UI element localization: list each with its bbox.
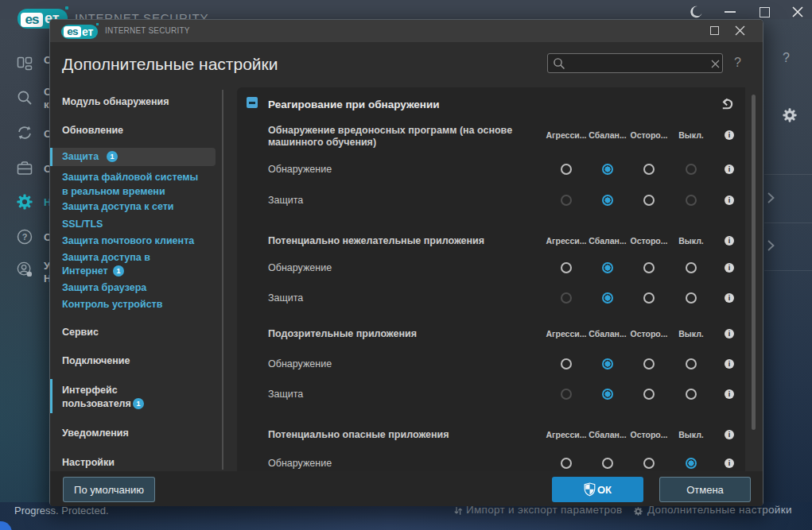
svg-text:?: ? — [22, 232, 28, 242]
